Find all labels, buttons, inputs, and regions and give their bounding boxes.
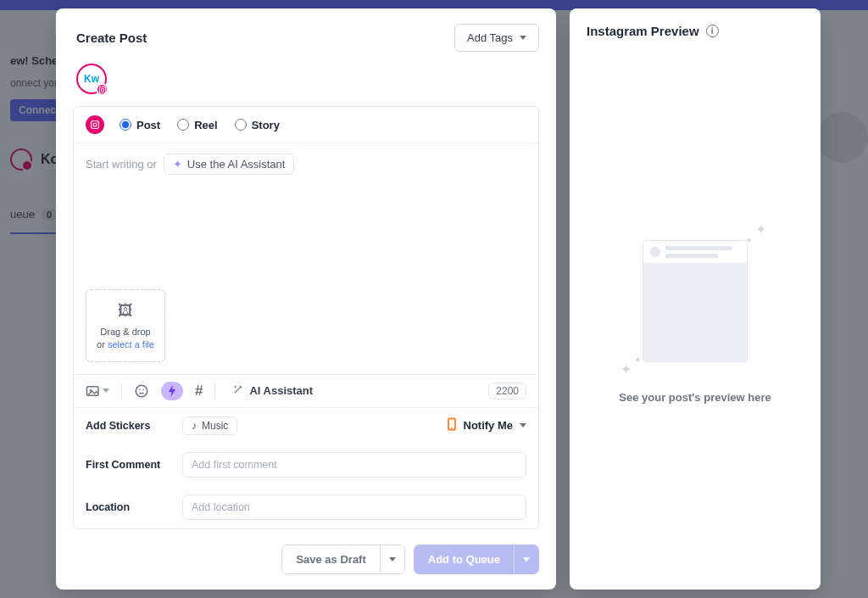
char-count: 2200 [488,383,526,400]
svg-point-2 [103,87,104,88]
chevron-down-icon [520,36,526,40]
divider [214,383,215,400]
svg-point-1 [101,88,103,91]
chevron-down-icon [389,557,396,562]
preview-placeholder: ✦ ✦ ✦ ✦ [643,240,748,362]
sparkle-icon: ✦ [634,355,642,366]
save-as-draft-button[interactable]: Save as Draft [282,545,379,573]
account-shortname: Kw [84,73,99,85]
first-comment-input[interactable] [182,452,526,478]
post-type-story-label: Story [252,119,280,131]
post-type-radio-group: Post Reel Story [120,119,280,131]
add-tags-label: Add Tags [467,31,513,44]
post-type-story[interactable]: Story [235,119,280,131]
add-to-queue-dropdown[interactable] [514,545,538,573]
create-post-title: Create Post [76,31,147,45]
save-as-draft-split-button: Save as Draft [281,545,404,574]
preview-skeleton-line [665,246,732,250]
extras-section: Add Stickers ♪ Music Notify Me First C [74,407,538,528]
sparkle-icon: ✦ [173,158,182,170]
compose-frame: Post Reel Story Start writing or [73,106,539,529]
preview-skeleton-card [643,240,748,362]
use-ai-assistant-button[interactable]: ✦ Use the AI Assistant [164,154,295,175]
preview-skeleton-line [665,254,718,258]
sparkle-icon: ✦ [620,361,632,377]
svg-point-4 [93,123,97,126]
lightning-button[interactable] [161,382,183,400]
music-sticker-label: Music [202,420,228,432]
preview-title: Instagram Preview [587,24,699,38]
post-type-reel-label: Reel [194,119,217,131]
image-icon: 🖼 [92,300,159,321]
svg-point-8 [136,385,147,397]
phone-icon [447,417,457,433]
add-to-queue-button[interactable]: Add to Queue [415,545,514,573]
post-type-post-input[interactable] [120,119,131,131]
create-post-footer: Save as Draft Add to Queue [56,533,556,590]
first-comment-row: First Comment [74,444,538,486]
svg-point-10 [143,389,145,391]
instagram-preview-panel: Instagram Preview i ✦ ✦ ✦ ✦ [570,8,821,590]
preview-skeleton-image [643,263,747,361]
ai-assistant-button[interactable]: AI Assistant [232,383,313,398]
sparkle-icon: ✦ [755,221,766,238]
save-as-draft-dropdown[interactable] [380,545,404,573]
svg-point-12 [451,428,453,429]
accounts-row: Kw [56,59,556,103]
preview-skeleton-avatar [650,247,660,257]
select-file-link[interactable]: select a file [108,339,154,349]
info-icon[interactable]: i [706,25,719,37]
selected-account-avatar[interactable]: Kw [76,64,107,94]
post-type-story-input[interactable] [235,119,247,131]
preview-skeleton-header [643,241,747,263]
divider [121,383,122,400]
stickers-label: Add Stickers [86,420,170,432]
chevron-down-icon [103,388,109,393]
preview-header: Instagram Preview i [570,8,821,53]
svg-point-5 [97,122,97,123]
notify-me-label: Notify Me [464,419,514,432]
create-post-panel: Create Post Add Tags Kw [56,8,556,590]
notify-me-dropdown[interactable]: Notify Me [447,417,527,433]
first-comment-label: First Comment [86,459,170,471]
platform-instagram-icon [86,115,104,134]
location-row: Location [74,486,538,528]
media-dropzone[interactable]: 🖼 Drag & drop or select a file [86,289,165,362]
wand-icon [232,383,244,398]
dropzone-line2-wrap: or select a file [92,338,159,351]
post-type-reel-input[interactable] [177,119,189,131]
emoji-button[interactable] [134,383,149,399]
svg-rect-0 [99,87,106,93]
caption-placeholder-text: Start writing or [86,158,157,170]
compose-toolbar: # AI Assistant 2200 [74,374,538,407]
svg-point-9 [139,389,141,391]
music-note-icon: ♪ [192,420,197,432]
caption-textarea[interactable]: Start writing or ✦ Use the AI Assistant [74,143,538,284]
music-sticker-button[interactable]: ♪ Music [182,416,237,435]
post-type-reel[interactable]: Reel [177,119,217,131]
add-tags-button[interactable]: Add Tags [454,24,539,52]
media-library-button[interactable] [86,384,109,398]
svg-rect-3 [92,121,99,129]
create-post-header: Create Post Add Tags [56,8,556,59]
add-to-queue-split-button: Add to Queue [414,545,539,574]
dropzone-line1: Drag & drop [92,326,159,338]
compose-top-bar: Post Reel Story [74,107,538,143]
location-input[interactable] [182,495,526,520]
stickers-row: Add Stickers ♪ Music Notify Me [74,408,538,444]
sparkle-icon: ✦ [745,235,753,246]
use-ai-assistant-label: Use the AI Assistant [187,158,286,170]
dropzone-line2-prefix: or [97,339,108,349]
ai-assistant-label: AI Assistant [249,384,313,397]
post-type-post[interactable]: Post [120,119,160,131]
preview-body: ✦ ✦ ✦ ✦ See your post's preview here [570,53,821,590]
caption-placeholder: Start writing or ✦ Use the AI Assistant [86,154,294,175]
hashtag-button[interactable]: # [195,383,203,400]
post-type-post-label: Post [136,119,160,131]
modal-row: Create Post Add Tags Kw [56,8,821,590]
location-label: Location [86,501,170,513]
compose-toolbar-left: # AI Assistant [86,382,313,400]
instagram-badge-icon [96,83,108,96]
chevron-down-icon [523,557,530,562]
preview-caption: See your post's preview here [619,391,771,404]
